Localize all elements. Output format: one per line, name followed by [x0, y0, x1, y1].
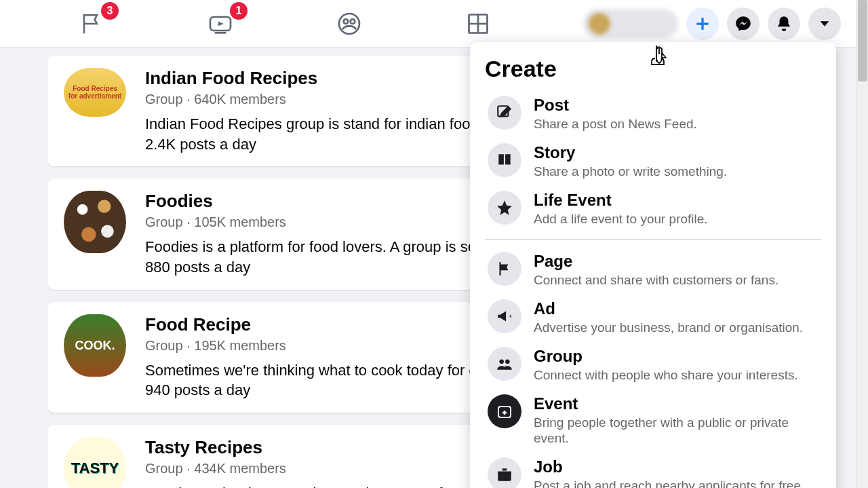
menu-item-title: Job	[534, 457, 818, 476]
messenger-button[interactable]	[727, 7, 760, 40]
top-navbar: 3 1	[0, 0, 868, 48]
svg-rect-9	[498, 472, 511, 474]
create-post[interactable]: Post Share a post on News Feed.	[485, 90, 821, 138]
create-story[interactable]: Story Share a photo or write something.	[485, 138, 821, 185]
menu-item-desc: Add a life event to your profile.	[534, 211, 818, 227]
create-dropdown: Create Post Share a post on News Feed. S…	[470, 42, 836, 488]
menu-divider	[485, 239, 821, 240]
compose-icon	[488, 96, 521, 130]
create-job[interactable]: Job Post a job and reach nearby applican…	[485, 452, 821, 488]
notifications-button[interactable]	[768, 7, 800, 40]
star-icon	[488, 191, 521, 225]
group-icon	[488, 347, 521, 381]
group-thumbnail	[64, 314, 126, 377]
svg-point-1	[339, 14, 359, 34]
menu-item-desc: Post a job and reach nearby applicants f…	[534, 478, 818, 488]
group-thumbnail: TASTY	[64, 437, 126, 488]
chevron-down-icon	[817, 16, 832, 31]
nav-right	[583, 7, 868, 40]
menu-item-title: Group	[534, 347, 818, 366]
svg-point-2	[344, 19, 349, 24]
menu-item-title: Event	[534, 394, 818, 413]
create-group[interactable]: Group Connect with people who share your…	[485, 341, 821, 389]
plus-icon	[694, 15, 711, 33]
scrollbar-thumb[interactable]	[858, 0, 867, 81]
nav-gaming[interactable]	[458, 10, 498, 37]
menu-item-desc: Connect and share with customers or fans…	[534, 272, 818, 288]
svg-point-6	[499, 359, 504, 364]
create-title: Create	[485, 56, 821, 82]
badge-watch: 1	[230, 2, 248, 20]
flag-icon	[79, 11, 104, 37]
menu-item-title: Page	[534, 252, 818, 271]
create-event[interactable]: Event Bring people together with a publi…	[485, 389, 821, 453]
menu-item-desc: Bring people together with a public or p…	[534, 415, 818, 447]
menu-item-desc: Share a post on News Feed.	[534, 116, 818, 132]
groups-icon	[336, 10, 363, 37]
menu-item-desc: Advertise your business, brand or organi…	[534, 320, 818, 336]
calendar-plus-icon	[488, 394, 521, 428]
gaming-icon	[466, 12, 490, 36]
svg-point-3	[351, 19, 355, 24]
bell-icon	[775, 15, 793, 33]
account-menu-button[interactable]	[808, 7, 841, 40]
menu-item-title: Post	[534, 96, 818, 115]
nav-pages[interactable]: 3	[71, 10, 112, 37]
create-ad[interactable]: Ad Advertise your business, brand or org…	[485, 294, 821, 341]
create-page[interactable]: Page Connect and share with customers or…	[485, 246, 821, 294]
create-button[interactable]	[686, 7, 719, 40]
group-thumbnail: Food Recipesfor advertisment	[64, 68, 126, 117]
profile-chip[interactable]	[583, 9, 678, 39]
megaphone-icon	[488, 299, 521, 333]
vertical-scrollbar[interactable]	[856, 0, 868, 488]
nav-center: 3 1	[71, 10, 498, 37]
nav-groups[interactable]	[329, 10, 370, 37]
book-icon	[488, 143, 521, 177]
badge-pages: 3	[101, 2, 119, 20]
group-thumbnail	[64, 191, 126, 253]
briefcase-icon	[488, 457, 521, 488]
menu-item-title: Story	[534, 143, 818, 162]
flag-icon	[488, 252, 521, 286]
messenger-icon	[734, 15, 752, 33]
menu-item-title: Life Event	[534, 191, 818, 210]
menu-item-desc: Share a photo or write something.	[534, 164, 818, 180]
menu-item-title: Ad	[534, 299, 818, 318]
menu-item-desc: Connect with people who share your inter…	[534, 367, 818, 383]
create-life-event[interactable]: Life Event Add a life event to your prof…	[485, 185, 821, 233]
nav-watch[interactable]: 1	[200, 10, 241, 37]
svg-point-7	[505, 359, 510, 364]
